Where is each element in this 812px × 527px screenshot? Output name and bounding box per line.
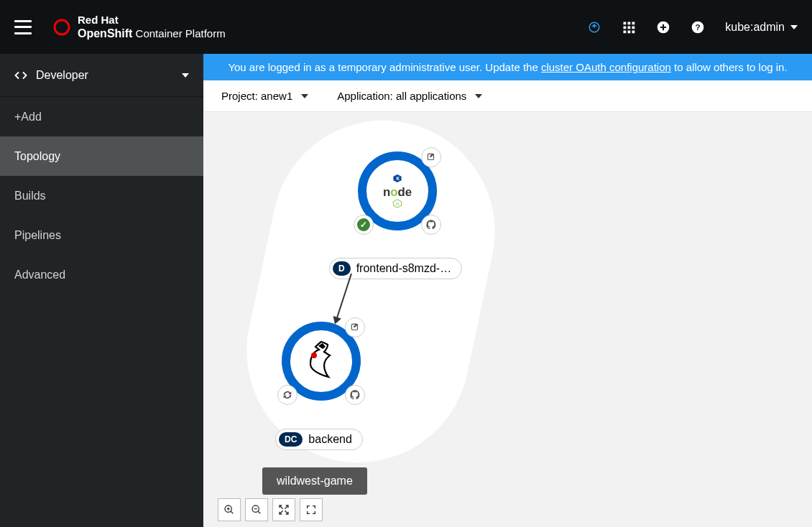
- topology-node-backend[interactable]: [282, 322, 361, 401]
- redhat-fedora-icon: [53, 19, 70, 36]
- zoom-in-icon: [223, 504, 235, 516]
- edit-icon: [426, 152, 436, 162]
- hamburger-menu-icon[interactable]: [14, 20, 32, 34]
- zoom-out-button[interactable]: [245, 498, 268, 521]
- application-selector[interactable]: Application: all applications: [337, 90, 482, 102]
- sidebar-item-advanced[interactable]: Advanced: [0, 255, 203, 294]
- sidebar: Developer +Add Topology Builds Pipelines…: [0, 54, 203, 527]
- github-icon: [349, 389, 361, 401]
- check-circle-icon: ✓: [357, 218, 370, 231]
- svg-rect-5: [624, 26, 627, 29]
- main-content: You are logged in as a temporary adminis…: [203, 54, 812, 527]
- svg-point-0: [55, 20, 69, 34]
- topology-canvas[interactable]: K node JS ✓ D frontend-s8mzd-…: [203, 112, 812, 527]
- oauth-config-link[interactable]: cluster OAuth configuration: [541, 61, 671, 73]
- svg-text:?: ?: [696, 22, 701, 32]
- sidebar-item-topology[interactable]: Topology: [0, 136, 203, 176]
- svg-text:node: node: [383, 185, 412, 199]
- context-selectors: Project: anew1 Application: all applicat…: [203, 80, 812, 112]
- zoom-toolbar: [218, 498, 323, 521]
- zoom-out-icon: [251, 504, 262, 516]
- svg-text:K: K: [397, 176, 400, 181]
- resource-kind-badge: D: [333, 261, 351, 276]
- project-selector[interactable]: Project: anew1: [221, 90, 308, 102]
- edit-url-decorator[interactable]: [421, 147, 441, 167]
- svg-point-20: [311, 353, 317, 358]
- help-icon[interactable]: ?: [691, 20, 705, 34]
- header-right: ? kube:admin: [587, 20, 798, 34]
- sidebar-item-builds[interactable]: Builds: [0, 176, 203, 215]
- chevron-down-icon: [301, 94, 308, 98]
- user-menu[interactable]: kube:admin: [725, 21, 798, 34]
- resource-kind-badge: DC: [279, 432, 303, 447]
- node-name: backend: [308, 433, 352, 446]
- node-name: frontend-s8mzd-…: [356, 262, 452, 275]
- nodejs-runtime-icon: K node JS: [372, 173, 423, 209]
- perspective-label: Developer: [36, 69, 88, 82]
- svg-rect-2: [624, 22, 627, 24]
- logo[interactable]: Red Hat OpenShift Container Platform: [53, 14, 226, 40]
- fullscreen-icon: [305, 504, 317, 516]
- source-decorator[interactable]: [345, 385, 365, 405]
- sync-icon: [282, 389, 293, 401]
- import-icon[interactable]: [587, 20, 601, 34]
- node-label-backend[interactable]: DC backend: [275, 429, 363, 450]
- reset-view-button[interactable]: [300, 498, 323, 521]
- svg-rect-9: [628, 30, 631, 33]
- svg-rect-7: [632, 26, 635, 29]
- svg-rect-8: [624, 30, 627, 33]
- sidebar-item-pipelines[interactable]: Pipelines: [0, 215, 203, 255]
- source-decorator[interactable]: [421, 215, 441, 235]
- sidebar-item-add[interactable]: +Add: [0, 97, 203, 136]
- product-name: Red Hat OpenShift Container Platform: [78, 14, 226, 40]
- chevron-down-icon: [790, 25, 798, 29]
- build-status-decorator[interactable]: [277, 385, 297, 405]
- top-header: Red Hat OpenShift Container Platform ? k…: [0, 0, 812, 54]
- svg-rect-10: [632, 30, 635, 33]
- apps-grid-icon[interactable]: [622, 20, 636, 34]
- perspective-switcher[interactable]: Developer: [0, 54, 203, 97]
- java-runtime-icon: [300, 336, 343, 386]
- github-icon: [425, 219, 437, 230]
- zoom-in-button[interactable]: [218, 498, 241, 521]
- expand-icon: [278, 504, 290, 516]
- topology-node-frontend[interactable]: K node JS ✓: [358, 151, 437, 230]
- svg-rect-4: [632, 22, 635, 24]
- group-label[interactable]: wildwest-game: [262, 467, 367, 495]
- edit-icon: [350, 322, 360, 332]
- user-name: kube:admin: [725, 21, 785, 34]
- fit-to-screen-button[interactable]: [272, 498, 295, 521]
- build-status-decorator[interactable]: ✓: [354, 215, 374, 235]
- svg-rect-3: [628, 22, 631, 24]
- edit-url-decorator[interactable]: [345, 317, 365, 337]
- add-icon[interactable]: [656, 20, 670, 34]
- chevron-down-icon: [475, 94, 482, 98]
- info-banner: You are logged in as a temporary adminis…: [203, 54, 812, 80]
- code-icon: [14, 69, 27, 82]
- svg-rect-6: [628, 26, 631, 29]
- svg-text:JS: JS: [395, 202, 400, 206]
- chevron-down-icon: [182, 73, 189, 78]
